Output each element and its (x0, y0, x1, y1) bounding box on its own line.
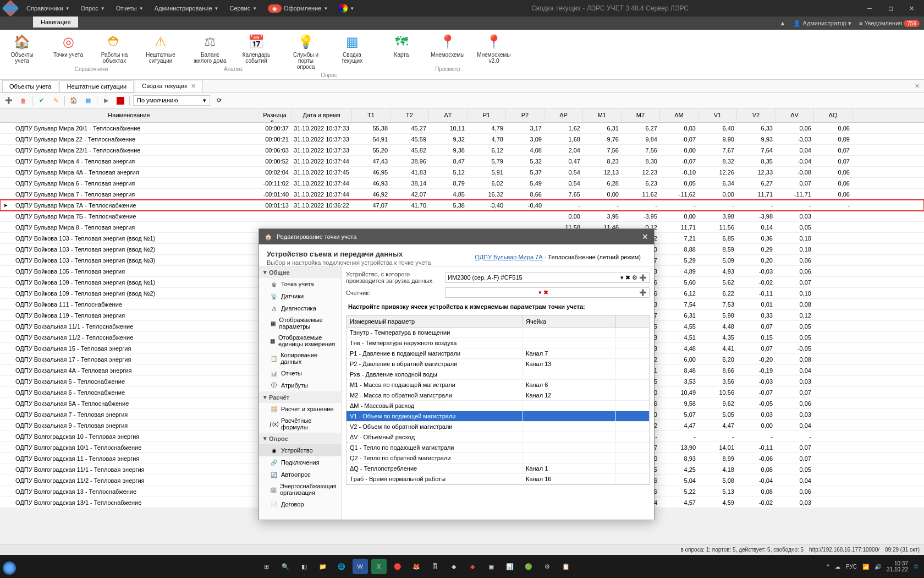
admin-menu[interactable]: 👤 Администратор ▾ (793, 20, 851, 27)
ribbon-Календарь-событий[interactable]: 📅Календарь событий (240, 33, 273, 64)
table-row[interactable]: ▸ОДПУ Бульвар Мира 7А - Теплоснабжение00… (0, 200, 924, 211)
dialog-close-button[interactable]: ✕ (642, 232, 648, 241)
layout-combo[interactable]: По умолчанию▾ (133, 95, 210, 106)
grid-button[interactable]: ▦ (82, 95, 94, 106)
param-row[interactable]: ΔQ - ТеплопотреблениеКанал 1 (346, 464, 649, 474)
app1-icon[interactable]: ◆ (446, 559, 461, 574)
param-row[interactable]: P1 - Давление в подающей магистралиКанал… (346, 348, 649, 359)
tray-clock[interactable]: 10:3731.10.22 (887, 560, 908, 572)
close-all-tabs-icon[interactable]: ✕ (915, 83, 920, 90)
menu-spravochniki[interactable]: Справочники▼ (22, 2, 74, 15)
refresh-button[interactable]: ⟳ (213, 95, 224, 106)
col-header[interactable]: T2 (391, 108, 429, 122)
minimize-button[interactable]: ─ (861, 3, 878, 14)
edit-button[interactable]: ✎ (50, 95, 61, 106)
tab-situations[interactable]: Нештатные ситуации (59, 80, 134, 92)
side-section[interactable]: ▾Опрос (259, 433, 341, 444)
ribbon-Нештатные-ситуации[interactable]: ⚠Нештатные ситуации (144, 33, 177, 64)
side-item-Автоопрос[interactable]: 🔄Автоопрос (259, 468, 341, 481)
tray-notif-icon[interactable]: ① (914, 564, 919, 570)
maximize-button[interactable]: ◻ (882, 3, 899, 14)
color-picker-icon[interactable]: ▼ (334, 2, 359, 15)
add-button[interactable]: ➕ (3, 95, 14, 106)
tray-cloud-icon[interactable]: ☁ (835, 564, 840, 570)
param-row[interactable]: ΔV - Объемный расход (346, 432, 649, 443)
ribbon-Работы-на-объектах[interactable]: ⛑Работы на объектах (98, 33, 131, 64)
table-row[interactable]: ОДПУ Бульвар Мира 7Б - Теплоснабжение0,0… (0, 211, 924, 222)
param-row[interactable]: Q1 - Тепло по подающей магистрали (346, 443, 649, 453)
ribbon-Точки-учета[interactable]: ◎Точки учета (52, 33, 85, 64)
menu-service[interactable]: Сервис▼ (226, 2, 262, 15)
side-item-Копирование-данных[interactable]: 📋Копирование данных (259, 350, 341, 367)
chrome-icon[interactable]: 🔴 (390, 559, 405, 574)
windows-start-icon[interactable]: ⊞ (259, 559, 274, 574)
col-header[interactable]: ΔQ (814, 108, 853, 122)
terminal-icon[interactable]: ▣ (483, 559, 499, 574)
play-button[interactable]: ▶ (101, 95, 112, 106)
app2-icon[interactable]: 📊 (502, 559, 518, 574)
col-header[interactable]: V1 (698, 108, 737, 122)
counter-combo[interactable]: ▾ ✖ ➕ (445, 287, 650, 298)
col-header[interactable]: V2 (737, 108, 776, 122)
lers-icon[interactable]: ◆ (465, 559, 480, 574)
menu-admin[interactable]: Администрирование▼ (150, 2, 223, 15)
param-row[interactable]: P2 - Давление в обратной магистралиКанал… (346, 359, 649, 369)
ribbon-Карта[interactable]: 🗺Карта (385, 33, 418, 64)
firefox-icon[interactable]: 🦊 (409, 559, 424, 574)
apply-button[interactable]: ✔ (36, 95, 47, 106)
side-item-Энергоснабжающая-организация[interactable]: 🏢Энергоснабжающая организация (259, 481, 341, 498)
menu-oformlenie[interactable]: ◉Оформление▼ (263, 2, 332, 15)
side-item-Диагностика[interactable]: ⚠Диагностика (259, 302, 341, 314)
param-row[interactable]: M1 - Масса по подающей магистралиКанал 6 (346, 380, 649, 390)
search-icon[interactable]: 🔍 (278, 559, 293, 574)
side-item-Подключения[interactable]: 🔗Подключения (259, 456, 341, 468)
param-row[interactable]: Tраб - Время нормальной работыКанал 16 (346, 474, 649, 484)
table-row[interactable]: ОДПУ Бульвар Мира 22/1 - Теплоснабжение0… (0, 145, 924, 156)
side-item-Отображаемые-параметры[interactable]: ▦Отображаемые параметры (259, 314, 341, 332)
col-header[interactable]: M1 (583, 108, 622, 122)
side-item-Отображаемые-единицы-измерения[interactable]: ▦Отображаемые единицы измерения (259, 332, 341, 350)
ribbon-Объекты-учета[interactable]: 🏠Объекты учета (6, 33, 38, 64)
col-header[interactable]: Дата и время (292, 108, 352, 122)
task-view-icon[interactable]: ◧ (296, 559, 312, 574)
ribbon-Мнемосхемы[interactable]: 📍Мнемосхемы (431, 33, 464, 64)
collapse-ribbon-icon[interactable]: ▲ (780, 20, 786, 26)
ribbon-Мнемосхемы-v2.0[interactable]: 📍Мнемосхемы v2.0 (477, 33, 510, 64)
table-row[interactable]: ОДПУ Бульвар Мира 7 - Тепловая энергия-0… (0, 189, 924, 200)
edge-icon[interactable]: 🌐 (334, 559, 349, 574)
app5-icon[interactable]: 📋 (558, 559, 574, 574)
ribbon-Баланс-жилого-дома[interactable]: ⚖Баланс жилого дома (194, 33, 227, 64)
side-section[interactable]: ▾Расчёт (259, 391, 341, 403)
param-row[interactable]: Твнутр - Температура в помещении (346, 328, 649, 338)
col-header[interactable]: ΔP (544, 108, 583, 122)
col-header[interactable]: ΔM (660, 108, 698, 122)
param-row[interactable]: Q2 - Тепло по обратной магистрали (346, 453, 649, 464)
tab-svodka[interactable]: Сводка текущих✕ (135, 80, 202, 92)
col-header[interactable]: P2 (506, 108, 544, 122)
side-item-Расчётные-формулы[interactable]: ƒ(x)Расчётные формулы (259, 415, 341, 433)
table-row[interactable]: ОДПУ Бульвар Мира 6 - Тепловая энергия-0… (0, 178, 924, 189)
explorer-icon[interactable]: 📁 (315, 559, 331, 574)
object-link[interactable]: ОДПУ Бульвар Мира 7А (475, 254, 542, 260)
param-row[interactable]: V1 - Объем по подающей магистрали (346, 411, 649, 422)
side-section[interactable]: ▾Общие (259, 266, 341, 278)
col-header[interactable]: M2 (622, 108, 660, 122)
tray-net-icon[interactable]: 📶 (862, 564, 869, 570)
app4-icon[interactable]: ⚙ (540, 559, 555, 574)
table-row[interactable]: ОДПУ Бульвар Мира 4А - Тепловая энергия0… (0, 167, 924, 178)
col-header[interactable]: ΔT (429, 108, 468, 122)
home-button[interactable]: 🏠 (68, 95, 79, 106)
close-button[interactable]: ✕ (903, 3, 920, 14)
side-item-Договор[interactable]: 📄Договор (259, 498, 341, 510)
close-tab-icon[interactable]: ✕ (191, 83, 196, 89)
stop-button[interactable] (115, 95, 126, 106)
navigation-tab[interactable]: Навигация (33, 17, 78, 28)
side-item-Атрибуты[interactable]: ⓘАтрибуты (259, 379, 341, 391)
sql-icon[interactable]: 🗄 (427, 559, 443, 574)
param-row[interactable]: ΔM - Массовый расход (346, 401, 649, 411)
table-row[interactable]: ОДПУ Бульвар Мира 4 - Тепловая энергия00… (0, 156, 924, 167)
start-orb-icon[interactable] (3, 561, 16, 575)
delete-button[interactable]: 🗑 (18, 95, 29, 106)
col-header[interactable]: ΔV (776, 108, 814, 122)
param-row[interactable]: Pхв - Давление холодной воды (346, 369, 649, 380)
